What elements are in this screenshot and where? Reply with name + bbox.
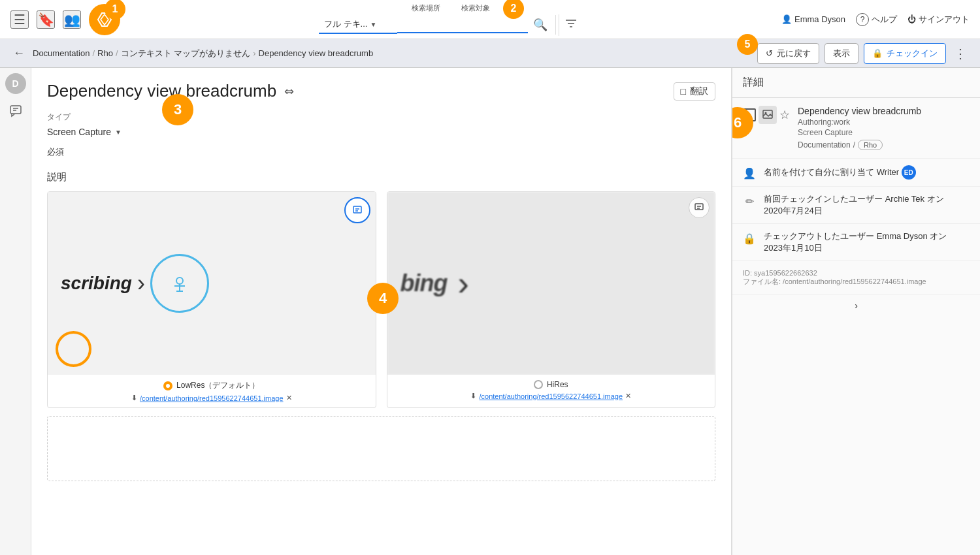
assign-field: 👤 名前を付けて自分に割り当て Writer ED	[732, 159, 980, 187]
restore-icon: ↺	[766, 48, 773, 58]
delete-icon-hires[interactable]: ✕	[625, 392, 631, 400]
type-field-label: タイプ	[47, 112, 715, 123]
expand-icon: ›	[855, 300, 858, 311]
left-sidebar: D	[0, 68, 31, 555]
search-location-dropdown[interactable]: フル テキ... ▼	[319, 16, 397, 34]
panel-item-title[interactable]: Dependency view breadcrumb	[798, 106, 970, 116]
search-target-label: 検索対象	[461, 3, 490, 13]
panel-path: Documentation / Rho	[798, 140, 970, 150]
id-section: ID: sya1595622662632 ファイル名: /content/aut…	[732, 261, 980, 294]
app-logo[interactable]	[89, 4, 120, 35]
image-caption-lowres: LowRes（デフォルト） ⬇ /content/authoring/red15…	[48, 375, 376, 407]
image-action-button-hires[interactable]	[689, 197, 710, 218]
user-area: 👤 Emma Dyson ? ヘルプ ⏻ サインアウト	[781, 13, 970, 26]
restore-button[interactable]: ↺ 元に戻す	[757, 43, 819, 64]
breadcrumb: Documentation / Rho / コンテキスト マップがありません ›…	[33, 48, 752, 59]
resize-icon[interactable]: ⇔	[284, 84, 294, 99]
item-star-icon[interactable]: ☆	[779, 108, 790, 122]
path-rho-tag[interactable]: Rho	[858, 140, 883, 150]
search-location-label: 検索場所	[412, 3, 440, 13]
svg-point-6	[176, 278, 183, 284]
item-id: ID: sya1595622662632	[743, 269, 970, 277]
top-navigation: ☰ 🔖 👥 1 検索場所 検索対象 フル テキ... ▼ 🔍	[0, 0, 980, 39]
expand-button[interactable]: ›	[732, 294, 980, 316]
sidebar-d-icon[interactable]: D	[5, 73, 26, 94]
breadcrumb-bar: ← Documentation / Rho / コンテキスト マップがありません…	[0, 39, 980, 68]
help-button[interactable]: ? ヘルプ	[856, 13, 897, 26]
svg-rect-3	[10, 106, 21, 114]
image-preview-lowres: scribing ›	[48, 192, 376, 375]
download-icon-hires[interactable]: ⬇	[470, 392, 476, 400]
lowres-radio[interactable]: LowRes（デフォルト）	[163, 380, 259, 391]
item-filename: ファイル名: /content/authoring/red15956227446…	[743, 277, 970, 287]
images-row: 4 scribing ›	[47, 191, 715, 408]
svg-rect-10	[353, 206, 361, 213]
item-checkbox[interactable]	[743, 108, 756, 121]
checkin-button[interactable]: 🔒 チェックイン	[864, 43, 946, 64]
image-card-hires: bing › HiRes	[387, 191, 716, 408]
delete-icon-lowres[interactable]: ✕	[286, 394, 292, 402]
person-icon: 👤	[743, 166, 756, 180]
empty-card	[47, 416, 715, 481]
bookmark-icon[interactable]: 🔖	[37, 10, 55, 29]
image-caption-hires: HiRes ⬇ /content/authoring/red1595622744…	[387, 375, 715, 405]
description-section-title: 説明	[47, 171, 715, 183]
panel-meta-work: Authoring:work	[798, 118, 970, 127]
users-icon[interactable]: 👥	[63, 10, 81, 29]
divider	[555, 15, 556, 35]
content-area: 3 Dependency view breadcrumb ⇔ □ 翻訳 タイプ …	[31, 68, 732, 555]
type-value: Screen Capture	[47, 127, 111, 137]
more-options-button[interactable]: ⋮	[951, 46, 970, 61]
main-container: D 3 Dependency view breadcrumb ⇔ □ 翻訳 タイ…	[0, 68, 980, 555]
search-button[interactable]: 🔍	[528, 15, 553, 35]
checkout-field: 🔒 チェックアウトしたユーザー Emma Dyson オン 2023年1月10日	[732, 224, 980, 261]
hires-path: ⬇ /content/authoring/red1595622744651.im…	[470, 392, 631, 400]
dropdown-arrow-icon: ▼	[370, 21, 376, 28]
panel-item-main: ☆ Dependency view breadcrumb Authoring:w…	[732, 98, 980, 159]
type-dropdown-arrow-icon: ▼	[115, 129, 122, 136]
hires-radio[interactable]: HiRes	[534, 380, 568, 389]
right-panel: 6 詳細 ☆ Dependency view breadcrumb	[732, 68, 980, 555]
search-filter-button[interactable]	[559, 14, 583, 36]
download-icon-lowres[interactable]: ⬇	[131, 394, 137, 402]
item-image-icon	[759, 106, 777, 124]
pencil-icon: ✏	[743, 195, 756, 208]
checkin-field: ✏ 前回チェックインしたユーザー Archie Tek オン 2020年7月24…	[732, 187, 980, 224]
checkout-field-content: チェックアウトしたユーザー Emma Dyson オン 2023年1月10日	[764, 230, 970, 254]
search-area: 検索場所 検索対象 フル テキ... ▼ 🔍	[319, 3, 583, 36]
right-panel-header: 詳細	[732, 68, 980, 98]
lock-icon: 🔒	[872, 48, 883, 58]
lowres-path: ⬇ /content/authoring/red1595622744651.im…	[131, 394, 292, 402]
menu-icon[interactable]: ☰	[10, 10, 29, 29]
signout-button[interactable]: ⏻ サインアウト	[907, 14, 970, 25]
image-preview-hires: bing ›	[387, 192, 715, 375]
page-title-row: Dependency view breadcrumb ⇔ □ 翻訳	[47, 81, 715, 101]
back-button[interactable]: ←	[10, 46, 27, 60]
panel-item-content: Dependency view breadcrumb Authoring:wor…	[798, 106, 970, 150]
search-input[interactable]	[397, 17, 528, 33]
sidebar-comments-icon[interactable]	[4, 99, 27, 123]
page-title: Dependency view breadcrumb	[47, 81, 276, 101]
user-avatar: ED	[902, 165, 916, 180]
breadcrumb-actions: ↺ 元に戻す 表示 🔒 チェックイン ⋮	[757, 43, 970, 64]
type-dropdown[interactable]: Screen Capture ▼	[47, 125, 715, 138]
translate-square-icon: □	[681, 86, 686, 97]
assign-field-content: 名前を付けて自分に割り当て Writer ED	[764, 165, 970, 180]
panel-item-icons: ☆	[743, 106, 790, 124]
user-profile-button[interactable]: 👤 Emma Dyson	[781, 14, 845, 24]
translate-button[interactable]: □ 翻訳	[674, 82, 715, 101]
image-action-button-lowres[interactable]	[344, 197, 370, 223]
lock-panel-icon: 🔒	[743, 232, 756, 245]
image-card-lowres: scribing ›	[47, 191, 376, 408]
display-button[interactable]: 表示	[825, 43, 858, 64]
panel-meta-type: Screen Capture	[798, 128, 970, 137]
checkin-field-content: 前回チェックインしたユーザー Archie Tek オン 2020年7月24日	[764, 193, 970, 217]
right-panel-title: 詳細	[743, 76, 764, 89]
required-label: 必須	[47, 146, 715, 158]
